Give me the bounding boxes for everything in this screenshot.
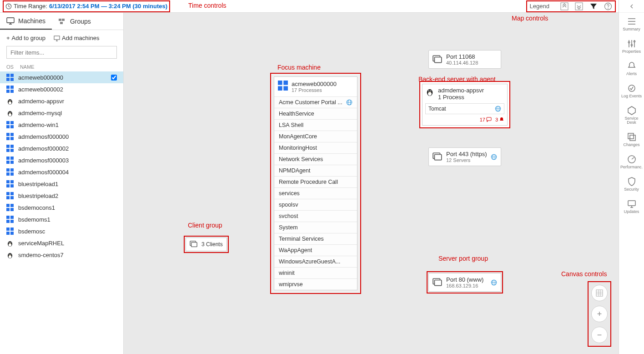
rail-item-updates[interactable]: Updates [619,195,644,217]
chevron-left-icon [629,4,634,9]
rail-item-properties[interactable]: Properties [619,35,644,57]
agent-badge-chat[interactable]: 17 [480,117,492,122]
machine-name: bluestripeload1 [18,181,58,187]
machine-name: smdemo-centos7 [18,252,64,258]
machine-name: admdemo-mysql [18,110,62,116]
machine-row[interactable]: bluestripeload1 [0,178,123,190]
machine-name: bsdemosc [18,228,45,235]
svg-point-19 [608,8,609,9]
globe-icon [491,154,497,160]
rail-item-summary[interactable]: Summary [619,13,644,35]
stack-icon [190,241,198,248]
client-group-node[interactable]: 3 Clients [186,238,227,251]
windows-icon [6,180,14,187]
collapse-all-icon[interactable] [560,2,569,10]
focus-header[interactable]: acmeweb000000 17 Processes [274,77,357,96]
add-to-group-button[interactable]: +Add to group [6,35,45,41]
linux-icon [6,239,14,247]
process-row[interactable]: NPMDAgent [274,165,357,176]
windows-icon [6,133,14,140]
machine-row[interactable]: acmeweb000002 [0,83,123,95]
process-row[interactable]: WaAppAgent [274,244,357,256]
machine-row[interactable]: admdemo-appsvr [0,95,123,107]
machine-row[interactable]: admdemo-win1 [0,119,123,131]
svg-rect-21 [59,19,61,21]
process-row[interactable]: spoolsv [274,199,357,210]
port-11068-node[interactable]: Port 11068 40.114.46.128 [428,50,501,69]
process-row[interactable]: svchost [274,210,357,222]
machine-row[interactable]: bluestripeload2 [0,190,123,202]
machine-row[interactable]: admdemosf000003 [0,154,123,166]
filter-input[interactable] [6,46,117,59]
agent-header[interactable]: admdemo-appsvr 1 Process [425,87,504,101]
process-row[interactable]: MonAgentCore [274,131,357,142]
process-row[interactable]: Remote Procedure Call [274,176,357,187]
zoom-out-button[interactable]: − [591,327,608,343]
map-controls: Legend [526,0,616,12]
machine-row[interactable]: admdemosf000002 [0,142,123,154]
rail-item-log-events[interactable]: Log Events [619,80,644,102]
sidebar: Machines Groups +Add to group Add machin… [0,13,124,354]
annot-time-controls: Time controls [188,2,226,9]
client-group-label: 3 Clients [201,241,223,248]
machine-row[interactable]: admdemosf000004 [0,166,123,178]
rail-collapse-button[interactable] [619,0,644,13]
rail-item-changes[interactable]: Changes [619,128,644,151]
right-rail: SummaryPropertiesAlertsLog EventsService… [619,0,644,354]
machine-row[interactable]: acmeweb000000 [0,71,123,83]
machine-row[interactable]: bsdemocons1 [0,202,123,213]
agent-badge-bell[interactable]: 3 [495,117,504,122]
groups-icon [58,17,66,25]
machine-row[interactable]: bsdemoms1 [0,213,123,225]
rail-item-performanc-[interactable]: Performanc. [619,151,644,173]
process-row[interactable]: Acme Customer Portal ... [274,96,357,108]
process-row[interactable]: services [274,187,357,199]
rail-item-security[interactable]: Security [619,173,644,195]
process-row[interactable]: MonitoringHost [274,142,357,153]
tab-groups[interactable]: Groups [52,13,97,30]
stack-icon [433,278,443,288]
machine-row[interactable]: smdemo-centos7 [0,249,123,261]
time-range-control[interactable]: Time Range: 6/13/2017 2:54 PM — 3:24 PM … [3,0,170,12]
chat-icon [486,117,492,122]
expand-all-icon[interactable] [575,2,583,10]
bell-icon [499,117,504,122]
process-row[interactable]: wininit [274,267,357,278]
machine-row[interactable]: admdemo-mysql [0,107,123,119]
machine-row[interactable]: bsdemosc [0,225,123,237]
monitor-icon [6,17,15,25]
process-row[interactable]: System [274,222,357,233]
zoom-fit-button[interactable] [591,285,608,301]
map-canvas[interactable]: 3 Clients acmeweb000000 17 Processes Acm… [124,13,619,354]
process-row[interactable]: Network Services [274,153,357,165]
machine-row[interactable]: serviceMapRHEL [0,237,123,249]
process-name: MonitoringHost [279,145,317,151]
filter-icon[interactable] [589,2,598,10]
tab-machines[interactable]: Machines [0,13,52,30]
machine-list: acmeweb000000acmeweb000002admdemo-appsvr… [0,71,123,354]
zoom-in-button[interactable]: + [591,306,608,322]
process-name: WaAppAgent [279,247,312,253]
process-row[interactable]: LSA Shell [274,119,357,131]
rail-label: Security [624,187,639,192]
process-row[interactable]: wmiprvse [274,278,357,290]
port-443-node[interactable]: Port 443 (https) 12 Servers [428,147,501,166]
help-icon[interactable] [604,2,612,10]
process-row[interactable]: HealthService [274,108,357,119]
canvas-controls: + − [588,281,611,347]
port-80-node[interactable]: Port 80 (www) 168.63.129.16 [428,273,501,292]
stack-icon [433,152,443,162]
agent-process-row[interactable]: Tomcat [425,103,504,114]
legend-label[interactable]: Legend [530,3,549,10]
add-machines-button[interactable]: Add machines [54,35,99,41]
machine-row[interactable]: admdemosf000000 [0,131,123,142]
process-row[interactable]: WindowsAzureGuestA... [274,256,357,267]
rail-item-service-desk[interactable]: Service Desk [619,102,644,128]
rail-label: Alerts [626,72,637,76]
process-row[interactable]: Terminal Services [274,233,357,244]
agent-footer: 17 3 [425,117,504,122]
process-name: Acme Customer Portal ... [279,99,342,106]
machine-checkbox[interactable] [111,75,117,81]
windows-icon [6,192,14,199]
rail-item-alerts[interactable]: Alerts [619,57,644,80]
